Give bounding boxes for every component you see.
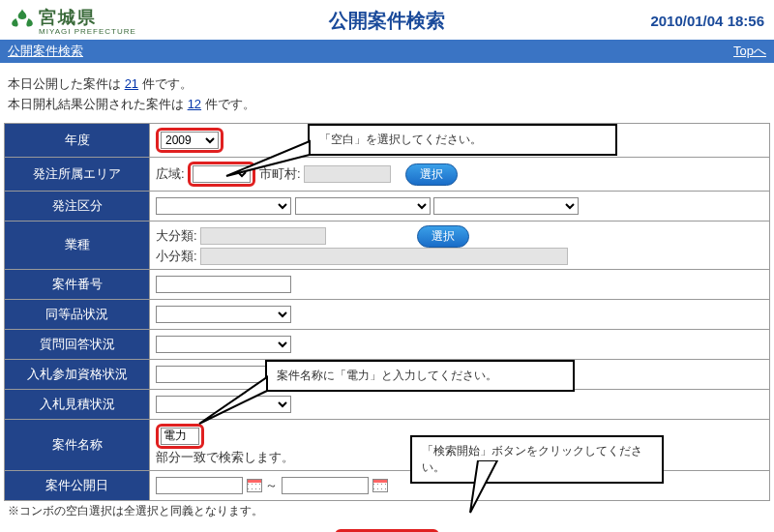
date-separator: ～ xyxy=(265,478,278,492)
label-case-no: 案件番号 xyxy=(5,269,150,299)
timestamp: 2010/01/04 18:56 xyxy=(650,13,764,29)
label-year: 年度 xyxy=(5,123,150,157)
highlight-year: 2009 xyxy=(156,128,223,153)
highlight-case-name xyxy=(156,424,204,449)
municipality-select-button[interactable]: 選択 xyxy=(405,163,458,186)
breadcrumb-link[interactable]: 公開案件検索 xyxy=(8,43,83,60)
label-est-status: 入札見積状況 xyxy=(5,389,150,419)
label-order-area: 発注所属エリア xyxy=(5,157,150,191)
industry-select-button[interactable]: 選択 xyxy=(417,225,469,248)
prefecture-logo: 宮城県 MIYAGI PREFECTURE xyxy=(10,6,136,36)
svg-marker-1 xyxy=(199,377,267,424)
minor-cat-label: 小分類: xyxy=(156,249,197,263)
combo-blank-note: ※コンボの空白選択は全選択と同義となります。 xyxy=(0,501,774,521)
order-class-select-2[interactable] xyxy=(295,197,431,215)
label-qual-status: 入札参加資格状況 xyxy=(5,359,150,389)
callout-case-name: 案件名称に「電力」と入力してください。 xyxy=(265,360,575,392)
label-pub-date: 案件公開日 xyxy=(5,470,150,500)
qa-status-select[interactable] xyxy=(156,336,291,353)
major-cat-label: 大分類: xyxy=(156,228,197,243)
minor-cat-field xyxy=(200,248,568,265)
case-no-input[interactable] xyxy=(156,276,291,293)
pub-date-to-input[interactable] xyxy=(282,477,369,494)
prefecture-name-en: MIYAGI PREFECTURE xyxy=(39,27,136,36)
case-name-input[interactable] xyxy=(161,428,199,445)
equiv-status-select[interactable] xyxy=(156,306,291,323)
partial-match-note: 部分一致で検索します。 xyxy=(156,450,294,464)
order-class-select-1[interactable] xyxy=(156,197,291,215)
callout-tail-icon xyxy=(224,139,312,178)
today-published-count-link[interactable]: 21 xyxy=(125,76,138,91)
year-select[interactable]: 2009 xyxy=(161,132,219,149)
top-link[interactable]: Topへ xyxy=(733,43,766,60)
page-title: 公開案件検索 xyxy=(329,8,445,34)
today-result-count-link[interactable]: 12 xyxy=(188,97,201,111)
callout-tail-icon xyxy=(468,460,526,515)
svg-marker-2 xyxy=(470,460,497,513)
label-equiv-status: 同等品状況 xyxy=(5,299,150,329)
municipality-field xyxy=(304,165,391,183)
major-cat-field xyxy=(200,227,326,245)
label-case-name: 案件名称 xyxy=(5,419,150,470)
intro-text: 本日公開した案件は 21 件です。 本日開札結果公開された案件は 12 件です。 xyxy=(0,63,774,123)
svg-marker-0 xyxy=(226,141,310,176)
callout-tail-icon xyxy=(197,375,269,426)
callout-blank: 「空白」を選択してください。 xyxy=(308,124,617,156)
label-qa-status: 質問回答状況 xyxy=(5,329,150,359)
calendar-icon[interactable] xyxy=(247,479,262,492)
leaf-icon xyxy=(10,7,35,35)
highlight-search: 検索開始 xyxy=(335,529,439,532)
label-order-class: 発注区分 xyxy=(5,191,150,221)
pub-date-from-input[interactable] xyxy=(156,477,243,494)
prefecture-name: 宮城県 xyxy=(39,8,97,27)
label-industry: 業種 xyxy=(5,221,150,269)
calendar-icon[interactable] xyxy=(372,479,388,492)
wide-area-label: 広域: xyxy=(156,166,185,181)
order-class-select-3[interactable] xyxy=(433,197,579,215)
callout-search: 「検索開始」ボタンをクリックしてください。 xyxy=(410,435,664,484)
